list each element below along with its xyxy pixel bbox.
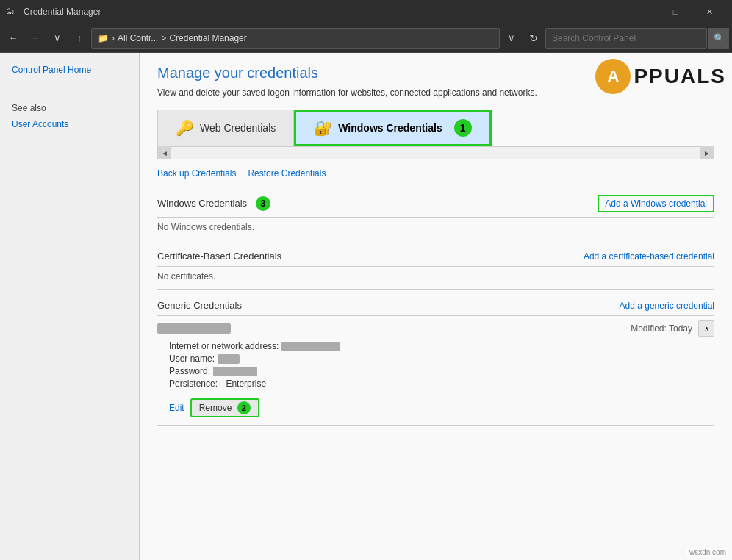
titlebar-title: Credential Manager [24,7,625,17]
watermark: A PPUALS [595,59,726,94]
watermark-wsxdn: wsxdn.com [686,548,729,557]
scroll-track [171,147,700,159]
tab-windows-credentials[interactable]: 🔐 Windows Credentials 1 [294,110,491,146]
content-area: A PPUALS Manage your credentials View an… [140,53,732,560]
path-all-control: All Contr... [118,33,158,43]
address-bar: ← → ∨ ↑ 📁 › All Contr... > Credential Ma… [0,24,732,53]
path-separator-2: > [161,33,166,43]
sidebar-see-also-section: See also User Accounts [0,100,139,132]
cert-credentials-section: Certificate-Based Credentials Add a cert… [157,246,714,290]
minimize-button[interactable]: − [625,0,659,24]
scroll-left-button[interactable]: ◄ [158,146,171,159]
tab-windows-badge: 1 [454,119,472,137]
appuals-icon: A [595,59,631,94]
remove-credential-button[interactable]: Remove 2 [190,398,259,417]
cred-persistence-value: Enterprise [226,378,266,389]
close-button[interactable]: ✕ [692,0,726,24]
generic-cred-entry: Modified: Today ∧ Internet or network ad… [157,316,714,426]
cert-cred-header: Certificate-Based Credentials Add a cert… [157,246,714,267]
sidebar-control-panel-home[interactable]: Control Panel Home [0,62,139,78]
action-links: Back up Credentials Restore Credentials [157,168,714,179]
generic-cred-header: Generic Credentials Add a generic creden… [157,295,714,316]
cred-modified-label: Modified: Today [631,323,692,334]
cred-persistence-row: Persistence: Enterprise [169,378,703,389]
back-button[interactable]: ← [3,28,24,49]
main-area: Control Panel Home See also User Account… [0,53,732,560]
address-path: 📁 › All Contr... > Credential Manager [91,28,500,49]
cred-name-blurred [157,323,231,334]
tab-windows-label: Windows Credentials [338,122,442,134]
cert-cred-title: Certificate-Based Credentials [157,251,281,262]
windows-credentials-section: Windows Credentials 3 Add a Windows cred… [157,190,714,240]
expand-button[interactable]: ∧ [698,320,714,337]
add-generic-credential-link[interactable]: Add a generic credential [620,301,714,311]
up-button[interactable]: ↑ [69,28,90,49]
cred-internet-value [281,342,340,351]
generic-credentials-section: Generic Credentials Add a generic creden… [157,295,714,426]
remove-badge: 2 [237,401,251,414]
cred-username-row: User name: [169,353,703,364]
cred-entry-header: Modified: Today ∧ [157,320,714,337]
scroll-right-button[interactable]: ► [700,146,714,159]
tab-web-credentials[interactable]: 🔑 Web Credentials [157,110,294,146]
windows-cred-header: Windows Credentials 3 Add a Windows cred… [157,190,714,218]
recent-button[interactable]: ∨ [47,28,68,49]
cred-password-value [213,367,257,376]
appuals-text: PPUALS [634,65,726,88]
cred-username-value [218,354,240,364]
credential-tabs: 🔑 Web Credentials 🔐 Windows Credentials … [157,110,714,146]
cred-actions: Edit Remove 2 [157,395,714,420]
edit-credential-link[interactable]: Edit [169,403,184,413]
add-windows-credential-link[interactable]: Add a Windows credential [598,195,714,212]
titlebar-controls: − □ ✕ [625,0,726,24]
generic-cred-title: Generic Credentials [157,300,242,311]
titlebar: 🗂 Credential Manager − □ ✕ [0,0,732,24]
maximize-button[interactable]: □ [659,0,692,24]
web-cred-icon: 🔑 [176,119,194,137]
path-current: Credential Manager [169,33,246,43]
backup-credentials-link[interactable]: Back up Credentials [157,168,236,179]
sidebar: Control Panel Home See also User Account… [0,53,140,560]
path-dropdown-button[interactable]: ∨ [501,28,522,49]
windows-cred-title: Windows Credentials 3 [157,196,270,211]
restore-credentials-link[interactable]: Restore Credentials [248,168,326,179]
cred-entry-details: Internet or network address: User name: … [157,337,714,395]
cred-password-row: Password: [169,366,703,376]
no-windows-creds: No Windows credentials. [157,218,714,240]
no-certs: No certificates. [157,267,714,290]
cred-internet-row: Internet or network address: [169,341,703,351]
sidebar-user-accounts[interactable]: User Accounts [0,116,139,132]
see-also-label: See also [0,100,139,116]
path-icon: 📁 [98,33,109,43]
forward-button[interactable]: → [25,28,46,49]
refresh-button[interactable]: ↻ [523,28,544,49]
search-button[interactable]: 🔍 [708,28,729,49]
add-cert-credential-link[interactable]: Add a certificate-based credential [584,251,714,262]
windows-cred-badge: 3 [256,196,270,211]
search-input[interactable] [552,33,684,43]
path-separator-1: › [112,33,115,43]
search-box [545,28,707,49]
horizontal-scrollbar: ◄ ► [157,146,714,159]
windows-cred-icon: 🔐 [314,119,332,137]
tab-web-label: Web Credentials [200,122,276,134]
app-icon: 🗂 [6,6,18,18]
